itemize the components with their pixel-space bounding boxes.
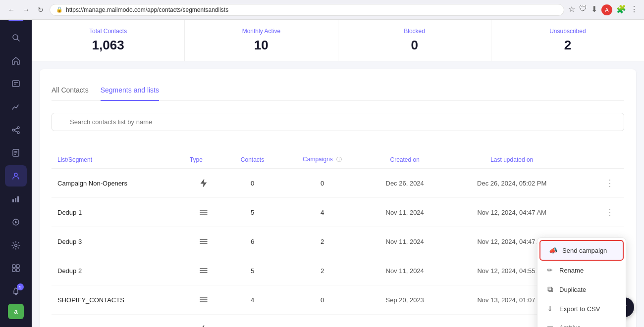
user-avatar[interactable]: a: [8, 304, 24, 319]
table-header-row: List/Segment Type Contacts Campaigns ⓘ C…: [52, 151, 624, 169]
svg-rect-26: [12, 269, 15, 272]
col-type: Type: [184, 151, 224, 169]
context-menu-archive[interactable]: 🗃 Archive: [537, 318, 626, 327]
duplicate-label: Duplicate: [559, 286, 586, 293]
extension1-icon[interactable]: 🛡: [579, 4, 587, 15]
col-campaigns: Campaigns ⓘ: [281, 151, 364, 169]
sidebar-item-analytics[interactable]: [5, 96, 27, 118]
svg-line-13: [14, 131, 17, 132]
sidebar-item-settings[interactable]: [5, 234, 27, 256]
sidebar-item-share[interactable]: [5, 119, 27, 140]
stat-blocked-value: 0: [348, 38, 481, 53]
svg-point-23: [15, 244, 17, 246]
rename-label: Rename: [559, 267, 584, 274]
context-menu: 📣 Send campaign ✏ Rename ⧉ Duplicate ⇓ E…: [537, 237, 626, 327]
stat-unsubscribed-label: Unsubscribed: [501, 28, 634, 35]
svg-point-18: [14, 173, 17, 176]
svg-rect-21: [17, 196, 19, 202]
sidebar-item-integrations[interactable]: [5, 258, 27, 279]
cell-campaigns: 4: [281, 198, 364, 227]
context-menu-export-csv[interactable]: ⇓ Export to CSV: [537, 299, 626, 318]
svg-rect-25: [16, 265, 19, 268]
cell-updated: Dec 26, 2024, 05:02 PM: [446, 169, 578, 198]
stat-unsubscribed: Unsubscribed 2: [491, 20, 644, 61]
extension2-icon[interactable]: 🧩: [616, 4, 626, 15]
cell-campaigns: 0: [281, 169, 364, 198]
cell-contacts: 6: [224, 227, 281, 256]
tabs: All Contacts Segments and lists: [52, 81, 624, 101]
cell-campaigns: 2: [281, 256, 364, 285]
tab-all-contacts[interactable]: All Contacts: [52, 81, 89, 101]
cell-created: Dec 26, 2024: [364, 169, 446, 198]
sidebar-item-forms[interactable]: [5, 142, 27, 164]
cell-name: Dedup 1: [52, 198, 184, 227]
svg-line-12: [14, 128, 17, 130]
cell-type: [184, 198, 224, 227]
search-input[interactable]: [52, 113, 624, 131]
svg-rect-20: [15, 198, 16, 202]
archive-icon: 🗃: [545, 324, 554, 327]
cell-name: Dedup 3: [52, 227, 184, 256]
context-menu-send-campaign[interactable]: 📣 Send campaign: [539, 240, 624, 261]
more-options-button[interactable]: ⋮: [601, 205, 618, 220]
col-created-on: Created on: [364, 151, 446, 169]
tab-segments-lists[interactable]: Segments and lists: [101, 81, 159, 101]
context-menu-duplicate[interactable]: ⧉ Duplicate: [537, 280, 626, 299]
stat-unsubscribed-value: 2: [501, 38, 634, 53]
url-bar: 🔒 https://manage.mailmodo.com/app/contac…: [50, 4, 564, 16]
download-icon[interactable]: ⬇: [591, 4, 597, 15]
refresh-button[interactable]: ↻: [36, 4, 46, 16]
stat-total-contacts-value: 1,063: [42, 38, 174, 53]
cell-name: New Contacts (14 days): [52, 315, 184, 327]
search-wrapper: [52, 113, 624, 141]
duplicate-icon: ⧉: [545, 285, 554, 294]
back-button[interactable]: ←: [6, 4, 17, 16]
svg-rect-27: [16, 269, 19, 272]
cell-contacts: 5: [224, 256, 281, 285]
stats-bar: Total Contacts 1,063 Monthly Active 10 B…: [32, 20, 644, 61]
rename-icon: ✏: [545, 266, 554, 274]
menu-icon[interactable]: ⋮: [630, 4, 638, 15]
notification-badge: 9: [17, 283, 24, 290]
svg-rect-24: [12, 265, 15, 268]
sidebar-item-contacts[interactable]: [5, 165, 27, 187]
sidebar-item-notifications[interactable]: 9: [5, 280, 27, 302]
svg-point-10: [12, 129, 14, 131]
sidebar-item-campaigns[interactable]: [5, 73, 27, 94]
svg-rect-19: [12, 199, 14, 202]
context-menu-rename[interactable]: ✏ Rename: [537, 261, 626, 280]
forward-button[interactable]: →: [21, 4, 32, 16]
cell-type: [184, 169, 224, 198]
cell-actions: ⋮: [578, 169, 624, 198]
more-options-button[interactable]: ⋮: [601, 176, 618, 190]
cell-campaigns: 2: [281, 227, 364, 256]
url-text: https://manage.mailmodo.com/app/contacts…: [66, 6, 228, 13]
table-row: Campaign Non-Openers 0 0 Dec 26, 2024 De…: [52, 169, 624, 198]
cell-created: Nov 11, 2024: [364, 227, 446, 256]
sidebar-item-reports[interactable]: [5, 188, 27, 210]
sidebar-item-search[interactable]: [5, 27, 27, 48]
browser-actions: ☆ 🛡 ⬇ A 🧩 ⋮: [568, 4, 638, 15]
sidebar-item-home[interactable]: [5, 50, 27, 71]
stat-blocked-label: Blocked: [348, 28, 481, 35]
sidebar-item-automation[interactable]: [5, 212, 27, 233]
cell-name: Dedup 2: [52, 256, 184, 285]
col-last-updated: Last updated on: [446, 151, 578, 169]
cell-type: [184, 227, 224, 256]
cell-contacts: 0: [224, 169, 281, 198]
cell-created: Nov 11, 2024: [364, 256, 446, 285]
table-row: Dedup 1 5 4 Nov 11, 2024 Nov 12, 2024, 0…: [52, 198, 624, 227]
stat-monthly-active-label: Monthly Active: [195, 28, 327, 35]
svg-point-11: [17, 132, 19, 134]
stat-total-contacts-label: Total Contacts: [42, 28, 174, 35]
cell-created: Nov 11, 2024: [364, 198, 446, 227]
svg-rect-6: [12, 81, 19, 87]
star-icon[interactable]: ☆: [568, 4, 575, 15]
cell-name: SHOPIFY_CONTACTS: [52, 285, 184, 315]
cell-name: Campaign Non-Openers: [52, 169, 184, 198]
main-content: Total Contacts 1,063 Monthly Active 10 B…: [32, 20, 644, 327]
export-csv-label: Export to CSV: [559, 305, 600, 313]
browser-bar: ← → ↻ 🔒 https://manage.mailmodo.com/app/…: [0, 0, 644, 20]
cell-type: [184, 256, 224, 285]
account-icon[interactable]: A: [601, 4, 612, 15]
